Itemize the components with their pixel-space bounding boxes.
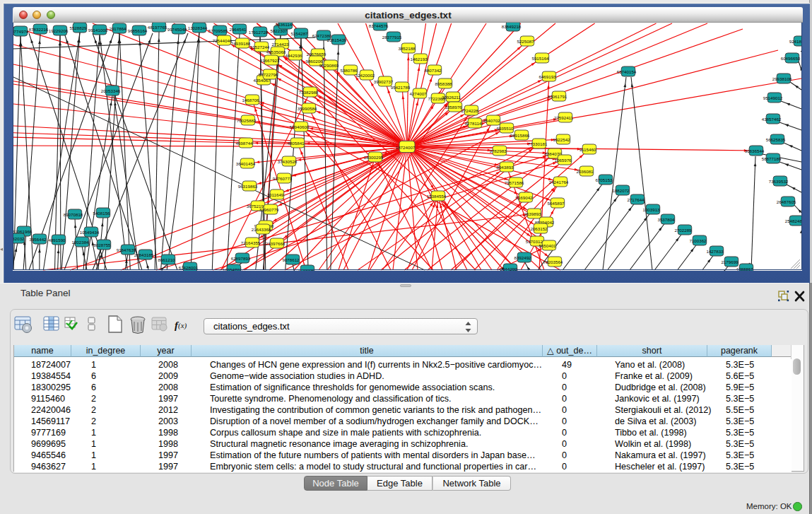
svg-text:4488867: 4488867 [736,267,753,271]
svg-text:65740154: 65740154 [617,69,637,74]
svg-text:21643368: 21643368 [252,227,271,232]
svg-text:(x): (x) [178,321,187,330]
svg-text:89070818: 89070818 [64,212,83,217]
svg-text:5380786: 5380786 [340,68,358,73]
svg-text:32420002: 32420002 [355,73,375,78]
svg-text:6705153: 6705153 [595,177,613,182]
svg-text:4274007: 4274007 [409,91,427,96]
svg-text:83849218: 83849218 [502,24,522,29]
svg-text:1065976: 1065976 [554,158,572,163]
svg-text:4442936: 4442936 [285,53,302,58]
svg-text:78203564: 78203564 [543,259,563,264]
svg-text:33960779: 33960779 [259,207,279,212]
svg-text:8028755: 8028755 [93,243,111,247]
svg-text:28377915: 28377915 [382,35,402,40]
svg-text:2036081: 2036081 [576,169,594,174]
svg-text:9115460: 9115460 [579,147,596,152]
svg-text:74939188: 74939188 [231,41,251,46]
svg-text:58940600: 58940600 [290,124,310,129]
svg-text:7100362: 7100362 [689,238,707,243]
svg-text:3956442: 3956442 [29,237,47,242]
svg-text:2724228: 2724228 [461,108,478,113]
svg-text:8958388: 8958388 [435,81,452,86]
svg-text:60496650: 60496650 [781,56,801,61]
svg-text:2717644: 2717644 [627,197,645,202]
svg-text:45535068: 45535068 [266,49,286,54]
svg-text:35990584: 35990584 [298,106,317,111]
svg-text:5225087: 5225087 [517,39,534,44]
svg-text:57709585: 57709585 [208,28,228,33]
svg-text:4698744: 4698744 [235,141,253,146]
svg-text:43857462: 43857462 [762,117,782,122]
svg-text:73382988: 73382988 [299,90,319,95]
svg-text:98915866: 98915866 [510,133,530,138]
svg-text:79571586: 79571586 [505,180,524,185]
svg-text:90836544: 90836544 [745,148,765,153]
svg-text:6935510: 6935510 [496,126,514,131]
svg-text:8536114: 8536114 [276,23,293,27]
svg-text:21397668: 21397668 [266,241,286,246]
svg-text:95149012: 95149012 [763,95,783,100]
svg-text:18724007: 18724007 [396,145,416,150]
svg-text:2179699: 2179699 [721,259,739,264]
svg-text:57722796: 57722796 [259,72,278,77]
svg-text:93760773: 93760773 [273,176,293,181]
svg-text:19229206: 19229206 [49,28,69,33]
svg-text:87832216: 87832216 [29,27,49,32]
svg-text:36401454: 36401454 [236,161,256,166]
svg-text:56625835: 56625835 [766,137,786,142]
svg-text:96856164: 96856164 [128,28,148,33]
svg-text:1003913: 1003913 [642,207,660,212]
svg-text:5528829: 5528829 [69,25,87,30]
svg-text:2639893: 2639893 [524,211,541,216]
svg-text:25482486: 25482486 [785,218,802,223]
svg-text:5915164: 5915164 [531,56,549,61]
svg-text:5408156: 5408156 [93,211,110,216]
svg-text:2702289: 2702289 [674,228,692,233]
svg-text:1358976: 1358976 [445,105,462,110]
svg-text:5154287: 5154287 [290,31,308,36]
svg-text:1462193: 1462193 [410,57,428,62]
svg-text:18354761: 18354761 [223,267,242,271]
svg-text:99745048: 99745048 [167,27,187,32]
svg-text:8278114: 8278114 [465,121,482,126]
svg-text:1882072: 1882072 [612,188,630,193]
svg-text:95421789: 95421789 [391,85,411,90]
svg-text:37430528: 37430528 [278,159,298,164]
svg-text:8392492: 8392492 [514,255,531,260]
svg-text:73639532: 73639532 [769,179,789,184]
svg-text:5645897: 5645897 [547,201,565,206]
svg-text:9078612: 9078612 [282,257,300,262]
svg-text:2063152: 2063152 [530,226,548,231]
svg-text:13028344: 13028344 [188,25,208,30]
svg-text:2844290: 2844290 [500,267,517,271]
svg-text:30926211: 30926211 [442,95,461,100]
svg-text:1202384: 1202384 [71,240,89,245]
svg-text:29938108: 29938108 [772,76,792,81]
svg-text:24241764: 24241764 [549,180,569,185]
svg-text:8807342: 8807342 [424,68,442,73]
svg-text:83061791: 83061791 [548,94,567,99]
svg-text:96319863: 96319863 [238,184,258,189]
svg-text:72544046: 72544046 [213,38,233,43]
svg-text:15384554: 15384554 [427,194,447,199]
svg-text:8661210: 8661210 [158,257,175,262]
svg-text:4891590: 4891590 [48,238,66,243]
svg-text:6469193: 6469193 [539,74,556,79]
svg-text:10549434: 10549434 [80,230,100,235]
svg-text:99141000: 99141000 [88,28,108,33]
svg-text:3537804: 3537804 [657,217,675,222]
svg-text:2017864: 2017864 [109,26,126,31]
svg-text:8943893: 8943893 [496,165,514,170]
svg-text:2964541: 2964541 [229,27,247,32]
svg-text:83744576: 83744576 [369,23,389,28]
svg-text:62897893: 62897893 [231,256,251,261]
svg-text:48197765: 48197765 [148,25,167,30]
svg-text:5650401: 5650401 [539,243,556,248]
svg-text:5169042: 5169042 [515,195,533,200]
svg-text:2714423: 2714423 [271,42,289,47]
svg-text:26487605: 26487605 [777,199,796,204]
svg-text:89774974: 89774974 [13,29,29,34]
svg-text:9922542: 9922542 [553,137,570,142]
svg-text:20053346: 20053346 [101,88,121,93]
